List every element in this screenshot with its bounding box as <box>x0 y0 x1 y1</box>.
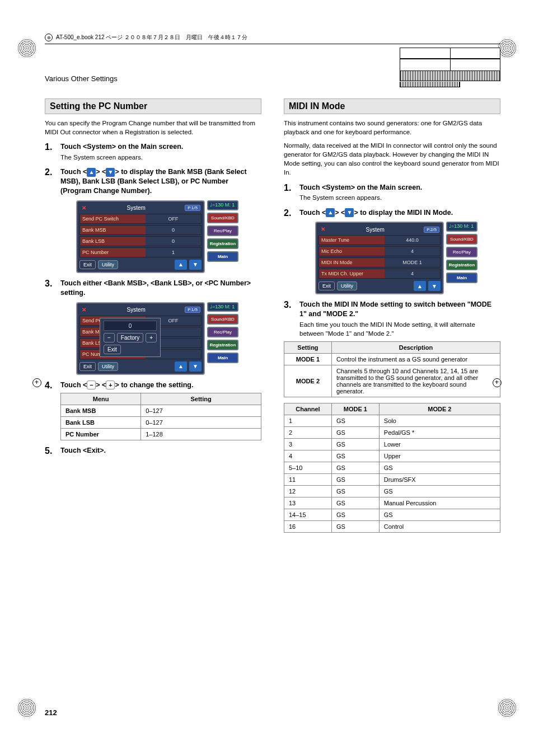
left-step2-a: Touch < <box>60 168 87 176</box>
left-step2-title: Touch <▲> <▼> to display the Bank MSB (B… <box>60 167 261 196</box>
left-step1-title: Touch <System> on the Main screen. <box>60 142 261 152</box>
menu-setting-table: MenuSetting Bank MSB0–127 Bank LSB0–127 … <box>60 393 261 440</box>
page-number: 212 <box>45 708 57 717</box>
right-step1-body: The System screen appears. <box>299 193 500 202</box>
ss1-tempo: ♩=130 M: 1 <box>207 200 238 210</box>
right-step3-body: Each time you touch the MIDI IN Mode set… <box>299 320 500 338</box>
right-step2-c: > to display the MIDI IN Mode. <box>354 209 453 217</box>
ss1-side-2: Registration <box>207 238 238 249</box>
product-illustration <box>400 48 500 87</box>
left-step4-c: > to change the setting. <box>115 381 193 389</box>
up-arrow-icon: ▲ <box>175 260 187 270</box>
ss2-popup-value: 0 <box>104 321 157 331</box>
ss1-side-1: Rec/Play <box>207 226 238 236</box>
ss1-side-0: Sound/KBD <box>207 213 238 223</box>
right-heading: MIDI IN Mode <box>284 98 500 114</box>
left-step2-b: > < <box>96 168 106 176</box>
right-step3-title: Touch the MIDI IN Mode setting to switch… <box>299 300 500 319</box>
ssr-utility-button: Utility <box>337 281 357 290</box>
plus-button-icon: + <box>106 381 115 389</box>
left-step3-title: Touch either <Bank MSB>, <Bank LSB>, or … <box>60 279 261 298</box>
up-arrow-icon: ▲ <box>326 208 335 217</box>
ss2-title: System <box>127 307 146 313</box>
ssr-page-badge: P.2/5 <box>424 227 439 233</box>
down-arrow-icon: ▼ <box>106 168 115 177</box>
ss2-popup-factory: Factory <box>117 333 143 342</box>
ss2-utility-button: Utility <box>98 362 118 371</box>
ornament-top-left <box>17 38 37 58</box>
up-arrow-icon: ▲ <box>175 361 187 372</box>
up-arrow-icon: ▲ <box>87 168 96 177</box>
close-icon: ✕ <box>320 226 326 233</box>
ssr-row-1: Mic Echo4 <box>318 246 441 256</box>
left-intro: You can specify the Program Change numbe… <box>45 119 261 137</box>
registration-icon: ⊕ <box>45 34 53 41</box>
left-step4-a: Touch < <box>60 381 87 389</box>
header-rule <box>45 44 500 44</box>
ssr-title: System <box>366 227 385 233</box>
left-step4-b: > < <box>96 381 106 389</box>
down-arrow-icon: ▼ <box>428 281 441 291</box>
ss1-page-badge: P.1/5 <box>185 205 200 211</box>
down-arrow-icon: ▼ <box>189 361 202 372</box>
ss2-tempo: ♩=130 M: 1 <box>207 302 238 312</box>
down-arrow-icon: ▼ <box>345 208 354 217</box>
ss1-exit-button: Exit <box>79 260 96 269</box>
right-intro2: Normally, data received at the MIDI In c… <box>284 141 500 177</box>
ssr-row-0: Master Tune440.0 <box>318 235 441 245</box>
ss1-row-3: PC Number1 <box>79 247 202 257</box>
ss2-popup: 0 − Factory + Exit <box>100 318 161 357</box>
ssr-tempo: ♩=130 M: 1 <box>446 222 477 232</box>
ss2-page-badge: P.1/5 <box>185 307 200 313</box>
minus-button-icon: − <box>87 381 96 389</box>
ss2-popup-exit: Exit <box>104 345 121 354</box>
ss1-row-1: Bank MSB0 <box>79 225 202 235</box>
ss2-side-3: Main <box>207 353 238 363</box>
ss2-side-0: Sound/KBD <box>207 314 238 325</box>
ss2-exit-button: Exit <box>79 362 96 371</box>
ssr-side-2: Registration <box>446 260 477 270</box>
ssr-side-3: Main <box>446 273 477 283</box>
ssr-row-3: Tx MIDI Ch. Upper4 <box>318 269 441 279</box>
ss2-popup-plus: + <box>146 333 157 342</box>
down-arrow-icon: ▼ <box>189 260 202 270</box>
setting-description-table: SettingDescription MODE 1Control the ins… <box>284 341 500 397</box>
book-header-line: ⊕ AT-500_e.book 212 ページ ２００８年７月２８日 月曜日 午… <box>45 34 500 41</box>
right-intro1: This instrument contains two sound gener… <box>284 119 500 137</box>
ss2-side-1: Rec/Play <box>207 327 238 337</box>
right-step1-title: Touch <System> on the Main screen. <box>299 183 500 192</box>
channel-table: Channel MODE 1 MODE 2 1GSSolo 2GSPedal/G… <box>284 403 500 533</box>
ss1-side-3: Main <box>207 251 238 262</box>
left-step1-body: The System screen appears. <box>60 153 261 162</box>
close-icon: ✕ <box>81 205 87 212</box>
right-step2-b: > < <box>335 209 345 217</box>
left-screenshot-2: ✕ System P.1/5 Send PC SwitchOFF Bank MS… <box>76 302 238 375</box>
ornament-bottom-left <box>17 698 37 718</box>
ss2-popup-minus: − <box>104 333 115 342</box>
right-step2-title: Touch <▲> <▼> to display the MIDI IN Mod… <box>299 208 500 218</box>
left-screenshot-1: ✕ System P.1/5 Send PC SwitchOFF Bank MS… <box>76 200 238 273</box>
ss1-row-0: Send PC SwitchOFF <box>79 214 202 224</box>
right-screenshot: ✕ System P.2/5 Master Tune440.0 Mic Echo… <box>315 222 477 294</box>
section-title: Various Other Settings <box>45 74 118 83</box>
left-step5-title: Touch <Exit>. <box>60 446 261 456</box>
ss1-row-2: Bank LSB0 <box>79 236 202 246</box>
right-step2-a: Touch < <box>299 209 326 217</box>
left-step4-title: Touch <−> <+> to change the setting. <box>60 381 261 390</box>
ss1-utility-button: Utility <box>98 260 118 269</box>
ssr-side-1: Rec/Play <box>446 247 477 257</box>
ssr-exit-button: Exit <box>318 281 335 290</box>
left-heading: Setting the PC Number <box>45 98 261 114</box>
registration-mark-left <box>32 378 41 387</box>
ss2-side-2: Registration <box>207 340 238 350</box>
ss1-title: System <box>127 205 146 211</box>
up-arrow-icon: ▲ <box>414 281 426 291</box>
close-icon: ✕ <box>81 307 87 313</box>
ssr-row-2: MIDI IN ModeMODE 1 <box>318 257 441 267</box>
book-header-text: AT-500_e.book 212 ページ ２００８年７月２８日 月曜日 午後４… <box>56 34 247 41</box>
ssr-side-0: Sound/KBD <box>446 234 477 245</box>
